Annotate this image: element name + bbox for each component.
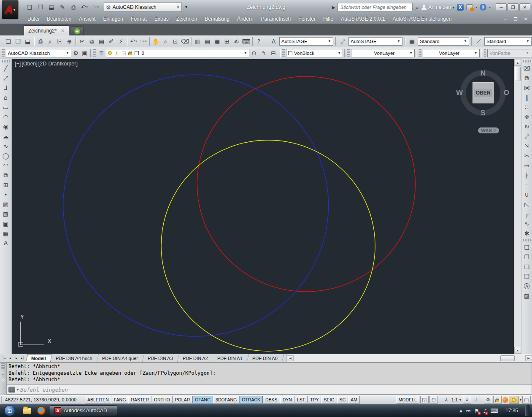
application-menu-button[interactable]: A ▾ <box>2 0 19 19</box>
dim-style-icon[interactable]: ⤢ <box>338 36 348 46</box>
command-history[interactable]: Befehl: *Abbruch* Befehl: Entgegengesetz… <box>6 363 532 385</box>
plot-preview-icon[interactable]: ⌕ <box>45 36 55 46</box>
menu-item-bema-ung[interactable]: Bemaßung <box>201 15 233 23</box>
quickview-drawings-icon[interactable]: ⊟ <box>429 396 438 403</box>
menu-item-autostage-einstellungen[interactable]: AutoSTAGE Einstellungen <box>389 15 456 23</box>
qat-overflow-icon[interactable]: ▼ <box>184 5 188 9</box>
toggle-fang[interactable]: FANG <box>111 396 129 403</box>
open-icon[interactable]: ❒ <box>13 36 23 46</box>
drawing-viewport[interactable]: YX <box>12 59 521 354</box>
model-button[interactable]: MODELL <box>396 396 419 403</box>
trim-icon[interactable]: ✂ <box>522 151 532 160</box>
table-icon[interactable]: ▦ <box>1 228 11 238</box>
save-icon[interactable]: ⬓ <box>46 3 57 12</box>
publish-icon[interactable]: ⎘ <box>55 36 65 46</box>
lineweight-dropdown[interactable]: VonLayer ▼ <box>423 49 480 57</box>
close-icon[interactable]: ✕ <box>2 371 5 376</box>
viewcube-east[interactable]: O <box>504 89 509 97</box>
restore-button[interactable]: ❐ <box>508 3 518 11</box>
quickcalc-icon[interactable]: ⌨ <box>241 36 251 46</box>
table-style-icon[interactable]: ▦ <box>407 36 417 46</box>
viewport-minimize-control[interactable]: [−] <box>14 61 21 67</box>
toolbar-grip[interactable] <box>93 49 96 57</box>
offset-icon[interactable]: ∥ <box>522 92 532 102</box>
undo-icon[interactable]: ↶ <box>129 36 138 46</box>
menu-item--ndern[interactable]: Ändern <box>233 15 257 23</box>
plot-icon[interactable]: ⎙ <box>35 36 45 46</box>
menu-item-extras[interactable]: Extras <box>151 15 173 23</box>
markup-icon[interactable]: ⚡ <box>116 36 126 46</box>
toggle-ableiten[interactable]: ABLEITEN <box>85 396 111 403</box>
hatch-to-back-icon[interactable]: ▨ <box>522 291 532 301</box>
autocad-task-button[interactable]: A Autodesk AutoCAD ... <box>50 405 117 416</box>
join-icon[interactable]: ∪ <box>522 190 532 199</box>
sign-in-button[interactable]: Anmelden ▾ <box>421 4 454 10</box>
vertical-scroll-thumb[interactable] <box>515 67 521 81</box>
annotation-visibility-icon[interactable]: ⅄ <box>463 396 471 403</box>
menu-item-format[interactable]: Format <box>127 15 151 23</box>
viewcube-west[interactable]: W <box>456 89 463 97</box>
save-icon[interactable]: ⬓ <box>23 36 32 46</box>
last-layout-button[interactable]: ▸⏐ <box>20 355 26 361</box>
layout-tab-pdf-din-a4-hoch[interactable]: PDF DIN A4 hoch <box>50 354 99 362</box>
revision-cloud-icon[interactable]: ☁ <box>1 131 11 141</box>
network-icon[interactable]: ⌨ <box>490 408 498 414</box>
annotation-scale-value[interactable]: 1:1 <box>451 397 458 402</box>
wcs-dropdown[interactable]: WKS ▽ <box>478 127 499 133</box>
palette-grip[interactable] <box>1 363 5 369</box>
hardware-acceleration-icon[interactable] <box>509 396 519 404</box>
toolbar-grip[interactable] <box>347 49 350 57</box>
rotate-icon[interactable]: ↻ <box>522 122 532 131</box>
viewcube-top-face[interactable]: OBEN <box>473 82 494 103</box>
text-to-front-icon[interactable]: Ⓐ <box>522 281 532 291</box>
layout-tab-modell[interactable]: Modell <box>26 354 53 362</box>
clean-screen-icon[interactable]: ▢ <box>522 396 531 403</box>
toggle-seig[interactable]: SEIG <box>321 396 337 403</box>
layout-tab-pdf-din-a0[interactable]: PDF DIN A0 <box>247 354 284 362</box>
region-icon[interactable]: ▣ <box>1 219 11 228</box>
create-block-icon[interactable]: ⊞ <box>1 180 11 190</box>
blend-curves-icon[interactable]: ∿ <box>522 219 532 228</box>
prev-layout-button[interactable]: ◂ <box>7 355 13 361</box>
arc-icon[interactable]: ◠ <box>1 112 11 122</box>
mleader-style-dropdown[interactable]: Standard ▼ <box>484 37 532 46</box>
color-dropdown[interactable]: VonBlock ▼ <box>286 49 343 57</box>
menu-item-datei[interactable]: Datei <box>24 15 43 23</box>
toggle-3dofang[interactable]: 3DOFANG <box>213 396 239 403</box>
toggle-sc[interactable]: SC <box>337 396 348 403</box>
toolbar-grip[interactable] <box>419 49 421 57</box>
chevron-down-icon[interactable]: ▾ <box>520 398 521 402</box>
annotation-scale-icon[interactable]: ⅄ <box>442 396 451 403</box>
line-icon[interactable]: ╱ <box>1 63 11 73</box>
rectangle-icon[interactable]: ▭ <box>1 102 11 112</box>
workspace-dropdown-qat[interactable]: ⚙ AutoCAD Klassisch ▼ <box>104 3 182 12</box>
text-style-dropdown[interactable]: AutoSTAGE ▼ <box>279 37 333 46</box>
layout-tab-pdf-din-a2[interactable]: PDF DIN A2 <box>177 354 214 362</box>
layer-dropdown[interactable]: ☀ ◲ 0 ▼ <box>106 49 249 57</box>
menu-item-einf-gen[interactable]: Einfügen <box>99 15 127 23</box>
insert-block-icon[interactable]: ⧉ <box>1 170 11 180</box>
action-center-flag-icon[interactable]: ⚑✕ <box>474 408 479 414</box>
menu-item-zeichnen[interactable]: Zeichnen <box>173 15 201 23</box>
circle-icon[interactable]: ◉ <box>1 122 11 131</box>
save-workspace-icon[interactable]: ▣ <box>80 48 89 58</box>
hatch-icon[interactable]: ▨ <box>1 199 11 209</box>
model-space-canvas[interactable]: YX [−][Oben][2D-Drahtkörper] N O S W OBE… <box>12 59 521 354</box>
toolbar-grip[interactable] <box>484 49 486 57</box>
table-style-dropdown[interactable]: Standard ▼ <box>418 37 469 46</box>
viewport-controls[interactable]: [−][Oben][2D-Drahtkörper] <box>14 61 78 67</box>
send-under-icon[interactable]: ❒ <box>522 271 532 281</box>
multiline-text-icon[interactable]: A <box>1 238 11 248</box>
scale-icon[interactable]: ⤢ <box>522 131 532 141</box>
break-at-point-icon[interactable]: ∤ <box>522 170 532 180</box>
chamfer-icon[interactable]: ◺ <box>522 199 532 209</box>
bring-to-front-icon[interactable]: ❏ <box>522 242 532 252</box>
workspace-dropdown[interactable]: AutoCAD Klassisch ▼ <box>6 49 71 57</box>
point-icon[interactable]: • <box>1 190 11 199</box>
linetype-dropdown[interactable]: VonLayer ▼ <box>351 49 415 57</box>
gradient-icon[interactable]: ▧ <box>1 209 11 219</box>
restore-button[interactable]: ❐ <box>511 16 520 22</box>
new-icon[interactable]: ❏ <box>3 36 13 46</box>
zoom-previous-icon[interactable]: ⌫ <box>180 36 190 46</box>
command-input[interactable]: Befehl eingeben <box>20 387 68 393</box>
